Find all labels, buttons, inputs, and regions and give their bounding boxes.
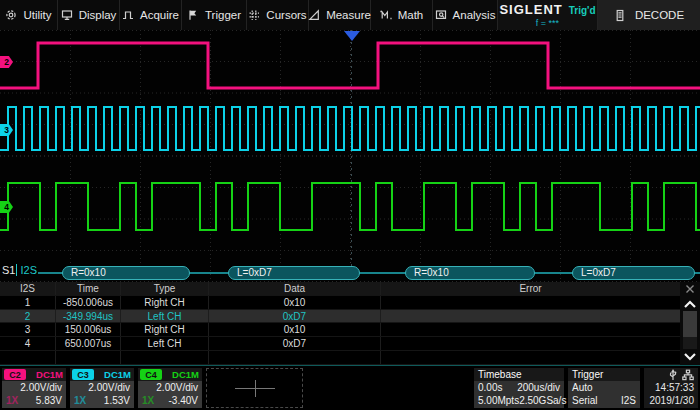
math-icon (380, 9, 392, 21)
timebase-box[interactable]: Timebase 0.00s 200us/div 5.00Mpts 2.50GS… (474, 368, 564, 408)
channel2-badge: C2 (4, 369, 26, 380)
cell-error (380, 310, 680, 323)
scrollbar-track[interactable] (683, 311, 697, 349)
clock-time: 14:57:33 (648, 381, 694, 394)
channel4-info-box[interactable]: C4 DC1M 2.00V/div 1X -3.40V (138, 368, 202, 408)
bus-name: S1 (2, 264, 15, 276)
menu-item-math[interactable]: Math (371, 0, 433, 30)
menu-bar: Utility Display Acquire Trigger Cursors … (0, 0, 700, 30)
trigger-marker-icon[interactable] (344, 31, 360, 41)
trigger-box[interactable]: Trigger Auto Serial I2S (568, 368, 640, 408)
waveform-c3 (0, 107, 700, 150)
close-icon (685, 284, 695, 294)
waveform-display: 2 3 4 S1 I2S R=0x10 L=0xD7 R=0x10 L=0xD7 (0, 30, 700, 282)
channel3-scale: 2.00V/div (70, 381, 134, 394)
col-header-i2s: I2S (0, 282, 55, 295)
brand-block: SIGLENT Trig'd f = *** (498, 0, 598, 30)
siglent-logo: SIGLENT (499, 2, 562, 17)
menu-item-measure[interactable]: Measure (309, 0, 371, 30)
col-header-time: Time (55, 282, 120, 295)
menu-item-label: Utility (23, 9, 51, 21)
channel3-badge: C3 (72, 369, 94, 380)
table-row-empty (0, 351, 680, 365)
decode-button-label: DECODE (635, 9, 684, 21)
timebase-title: Timebase (474, 368, 564, 381)
channel4-attenuation: 1X (142, 394, 154, 408)
decode-bubble: R=0x10 (62, 266, 190, 280)
lan-icon (682, 369, 694, 381)
decode-result-table: I2S Time Type Data Error 1 -850.006us Ri… (0, 282, 700, 366)
frequency-readout: f = *** (536, 18, 559, 28)
timebase-scale: 200us/div (517, 381, 560, 394)
cell-data: 0x10 (208, 296, 380, 309)
cell-error (380, 296, 680, 309)
table-row[interactable]: 4 650.007us Left CH 0xD7 (0, 337, 680, 351)
chevron-down-icon (683, 352, 697, 362)
datetime-box[interactable]: 14:57:33 2019/1/30 (644, 368, 698, 408)
menu-item-label: Display (79, 9, 117, 21)
channel4-badge: C4 (140, 369, 162, 380)
cell-time: 650.007us (55, 337, 120, 350)
close-table-button[interactable] (680, 282, 700, 296)
col-header-data: Data (208, 282, 380, 295)
measure-icon (308, 9, 320, 21)
cell-data: 0xD7 (208, 310, 380, 323)
acquire-icon (122, 9, 134, 21)
gear-icon (5, 9, 17, 21)
trigger-status-badge: Trig'd (569, 5, 596, 16)
col-header-error: Error (380, 282, 680, 295)
cell-time: -850.006us (55, 296, 120, 309)
timebase-delay: 0.00s (478, 381, 502, 394)
waveform-c2 (0, 43, 700, 88)
menu-item-cursors[interactable]: Cursors (247, 0, 309, 30)
trigger-title: Trigger (568, 368, 640, 381)
channel2-info-box[interactable]: C2 DC1M 2.00V/div 1X 5.83V (2, 368, 66, 408)
menu-item-label: Trigger (205, 9, 241, 21)
table-row-selected[interactable]: 2 -349.994us Left CH 0xD7 (0, 310, 680, 324)
waveform-layer (0, 30, 700, 282)
decode-menu-button[interactable]: DECODE (598, 0, 700, 30)
timebase-samplerate: 2.50GSa/s (519, 394, 566, 408)
cell-index: 3 (0, 323, 55, 336)
clock-date: 2019/1/30 (648, 394, 694, 407)
decode-bus-label: S1 I2S (2, 264, 37, 276)
usb-icon (668, 369, 678, 381)
menu-item-label: Cursors (266, 9, 306, 21)
channel3-offset: 1.53V (104, 394, 130, 408)
scroll-down-button[interactable] (680, 349, 700, 365)
add-channel-box[interactable] (206, 368, 303, 408)
cell-type: Right CH (120, 323, 208, 336)
trigger-protocol: I2S (621, 394, 636, 408)
menu-item-analysis[interactable]: Analysis (433, 0, 498, 30)
cell-data: 0xD7 (208, 337, 380, 350)
channel3-info-box[interactable]: C3 DC1M 2.00V/div 1X 1.53V (70, 368, 134, 408)
cell-data: 0x10 (208, 323, 380, 336)
cell-error (380, 323, 680, 336)
channel4-offset: -3.40V (169, 394, 198, 408)
cell-type: Right CH (120, 296, 208, 309)
channel2-coupling: DC1M (36, 369, 63, 380)
cursors-icon (248, 9, 260, 21)
bus-protocol: I2S (16, 264, 37, 276)
trigger-type: Serial (572, 394, 598, 408)
menu-item-utility[interactable]: Utility (0, 0, 58, 30)
cell-type: Left CH (120, 337, 208, 350)
cell-time: 150.006us (55, 323, 120, 336)
menu-item-label: Acquire (140, 9, 179, 21)
table-header-row: I2S Time Type Data Error (0, 282, 680, 296)
timebase-memory: 5.00Mpts (478, 394, 519, 408)
table-row[interactable]: 3 150.006us Right CH 0x10 (0, 323, 680, 337)
trigger-flag-icon (187, 9, 199, 21)
table-row[interactable]: 1 -850.006us Right CH 0x10 (0, 296, 680, 310)
channel4-coupling: DC1M (172, 369, 199, 380)
cell-time: -349.994us (55, 310, 120, 323)
scrollbar-thumb[interactable] (683, 311, 697, 337)
table-scrollbar (680, 282, 700, 365)
menu-item-label: Measure (326, 9, 371, 21)
menu-item-display[interactable]: Display (58, 0, 120, 30)
decode-bubble: L=0xD7 (228, 266, 360, 280)
scroll-up-button[interactable] (680, 296, 700, 311)
menu-item-acquire[interactable]: Acquire (120, 0, 182, 30)
menu-item-trigger[interactable]: Trigger (182, 0, 247, 30)
chevron-up-icon (683, 299, 697, 309)
